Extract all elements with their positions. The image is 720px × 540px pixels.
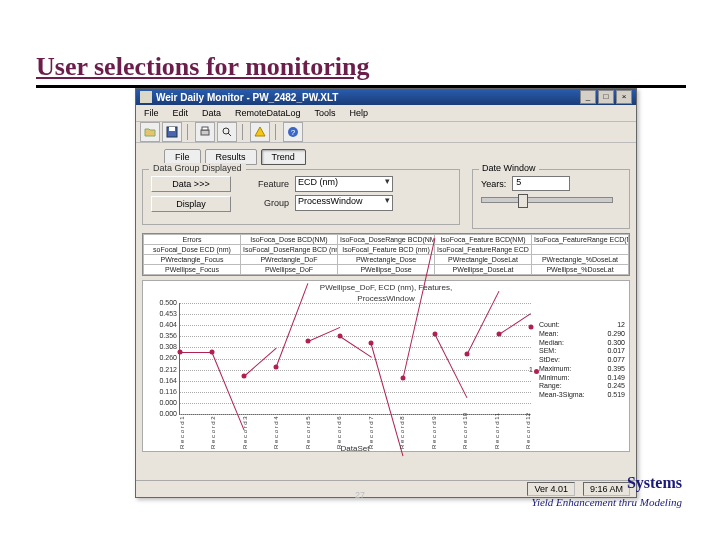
date-window-box: Date Window Years: 5 bbox=[472, 169, 630, 229]
feature-select[interactable]: ECD (nm) bbox=[295, 176, 393, 192]
grid-cell[interactable]: PWrectangle_DoF bbox=[241, 255, 338, 265]
display-button[interactable]: Display bbox=[151, 196, 231, 212]
save-icon[interactable] bbox=[162, 122, 182, 142]
grid-cell[interactable]: IsoFoca_Dose BCD(NM) bbox=[241, 235, 338, 245]
toolbar-sep-2 bbox=[242, 124, 245, 140]
y-axis-ticks: 0.5000.4530.4040.3560.3080.2600.2120.164… bbox=[145, 299, 177, 417]
feature-label: Feature bbox=[239, 179, 289, 189]
print-icon[interactable] bbox=[195, 122, 215, 142]
app-icon bbox=[140, 91, 152, 103]
years-label: Years: bbox=[481, 179, 506, 189]
data-button[interactable]: Data >>> bbox=[151, 176, 231, 192]
help-icon[interactable]: ? bbox=[283, 122, 303, 142]
grid-cell[interactable]: IsoFocal_Feature BCD (nm) bbox=[338, 245, 435, 255]
menubar: File Edit Data RemoteDataLog Tools Help bbox=[136, 105, 636, 122]
years-field[interactable]: 5 bbox=[512, 176, 570, 191]
svg-rect-1 bbox=[169, 127, 175, 131]
menu-data[interactable]: Data bbox=[198, 108, 225, 118]
statusbar: Ver 4.01 9:16 AM bbox=[136, 480, 636, 497]
grid-cell[interactable]: PWellipse_Focus bbox=[144, 265, 241, 275]
grid-cell[interactable]: PWrectangle_DoseLat bbox=[435, 255, 532, 265]
chart-point bbox=[529, 325, 534, 330]
company-tagline: Yield Enhancement thru Modeling bbox=[532, 496, 682, 508]
trend-chart[interactable]: PWellipse_DoF, ECD (nm), Features, Proce… bbox=[142, 280, 630, 452]
grid-cell[interactable]: IsoFoca_Feature BCD(NM) bbox=[435, 235, 532, 245]
grid-cell[interactable]: IsoFocal_FeatureRange ECD (nm) bbox=[435, 245, 532, 255]
date-window-slider[interactable] bbox=[481, 197, 613, 203]
status-version: Ver 4.01 bbox=[527, 482, 575, 496]
minimize-button[interactable]: _ bbox=[580, 90, 596, 104]
group-select[interactable]: ProcessWindow bbox=[295, 195, 393, 211]
slide-title: User selections for monitoring bbox=[36, 52, 369, 82]
plot-area bbox=[179, 303, 531, 415]
x-axis-label: DataSet bbox=[179, 444, 531, 453]
grid-cell[interactable]: IsoFoca_DoseRange BCD(NM) bbox=[338, 235, 435, 245]
status-time: 9:16 AM bbox=[583, 482, 630, 496]
grid-cell[interactable]: soFocal_Dose ECD (nm) bbox=[144, 245, 241, 255]
svg-line-5 bbox=[228, 133, 231, 136]
grid-cell[interactable]: PWrectangle_%DoseLat bbox=[532, 255, 629, 265]
toolbar: ? bbox=[136, 122, 636, 143]
grid-cell[interactable]: PWrectangle_Focus bbox=[144, 255, 241, 265]
close-button[interactable]: × bbox=[616, 90, 632, 104]
menu-file[interactable]: File bbox=[140, 108, 163, 118]
stats-panel: Count:12Mean:0.290Median:0.300SEM:0.017S… bbox=[539, 321, 625, 400]
preview-icon[interactable] bbox=[217, 122, 237, 142]
company-name: Systems bbox=[627, 474, 682, 492]
titlebar: Weir Daily Monitor - PW_2482_PW.XLT _ □ … bbox=[136, 89, 636, 105]
menu-edit[interactable]: Edit bbox=[169, 108, 193, 118]
svg-text:?: ? bbox=[291, 128, 296, 137]
window-body: File Results Trend Data Group Displayed … bbox=[136, 143, 636, 456]
grid-cell[interactable]: PWellipse_DoF bbox=[241, 265, 338, 275]
svg-rect-3 bbox=[202, 127, 208, 130]
menu-remotedatalog[interactable]: RemoteDataLog bbox=[231, 108, 305, 118]
menu-help[interactable]: Help bbox=[346, 108, 373, 118]
maximize-button[interactable]: □ bbox=[598, 90, 614, 104]
window-title: Weir Daily Monitor - PW_2482_PW.XLT bbox=[156, 92, 578, 103]
grid-cell[interactable]: PWrectangle_Dose bbox=[338, 255, 435, 265]
alert-icon[interactable] bbox=[250, 122, 270, 142]
data-group-box: Data Group Displayed Data >>> Display Fe… bbox=[142, 169, 460, 225]
data-group-legend: Data Group Displayed bbox=[149, 163, 246, 173]
grid-cell[interactable]: IsoFoca_FeatureRange ECD(NM) bbox=[532, 235, 629, 245]
grid-cell[interactable] bbox=[532, 245, 629, 255]
app-window: Weir Daily Monitor - PW_2482_PW.XLT _ □ … bbox=[135, 88, 637, 498]
slide-number: 27 bbox=[355, 490, 365, 500]
date-window-legend: Date Window bbox=[479, 163, 539, 173]
menu-tools[interactable]: Tools bbox=[311, 108, 340, 118]
chart-title-2: ProcessWindow bbox=[143, 292, 629, 303]
folder-open-icon[interactable] bbox=[140, 122, 160, 142]
legend-label: 1 bbox=[529, 366, 533, 373]
grid-cell[interactable]: PWellipse_%DoseLat bbox=[532, 265, 629, 275]
grid-cell[interactable]: Errors bbox=[144, 235, 241, 245]
chart-title-1: PWellipse_DoF, ECD (nm), Features, bbox=[143, 281, 629, 292]
toolbar-sep-1 bbox=[187, 124, 190, 140]
svg-rect-2 bbox=[201, 130, 209, 135]
group-label: Group bbox=[239, 198, 289, 208]
metric-grid[interactable]: ErrorsIsoFoca_Dose BCD(NM)IsoFoca_DoseRa… bbox=[142, 233, 630, 276]
toolbar-sep-3 bbox=[275, 124, 278, 140]
grid-cell[interactable]: IsoFocal_DoseRange BCD (nm) bbox=[241, 245, 338, 255]
grid-cell[interactable]: PWellipse_DoseLat bbox=[435, 265, 532, 275]
grid-cell[interactable]: PWellipse_Dose bbox=[338, 265, 435, 275]
tab-trend[interactable]: Trend bbox=[261, 149, 306, 165]
